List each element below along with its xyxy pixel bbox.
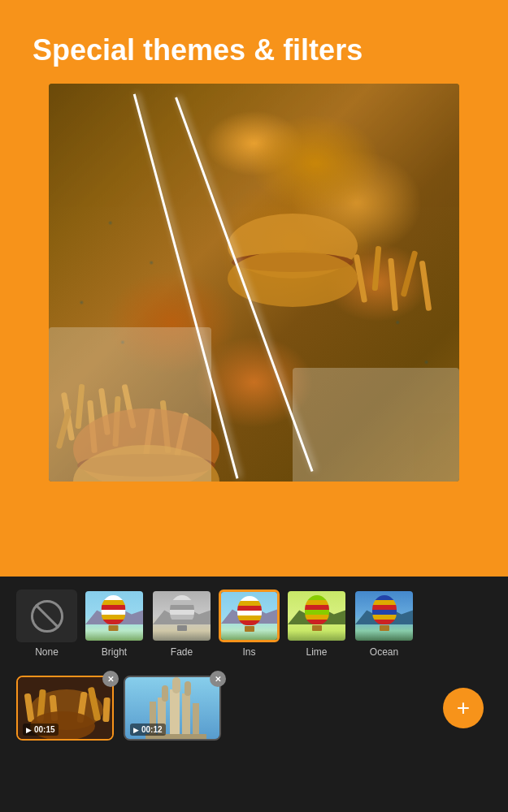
ins-basket — [245, 626, 254, 632]
preview-image — [49, 84, 459, 482]
filter-ins-label: Ins — [242, 646, 255, 658]
svg-rect-21 — [49, 327, 211, 482]
fade-scene — [153, 591, 211, 641]
filters-row: None Bright — [0, 577, 508, 666]
svg-rect-22 — [293, 368, 459, 482]
clip-1-video-icon: ▶ — [26, 726, 32, 734]
lime-balloon — [305, 595, 329, 631]
fade-stripes — [170, 595, 194, 624]
filter-none[interactable]: None — [16, 590, 77, 658]
ocean-scene — [355, 591, 413, 641]
filter-ocean[interactable]: Ocean — [354, 590, 415, 658]
clip-1-duration: 00:15 — [34, 725, 55, 734]
svg-rect-12 — [388, 258, 398, 311]
clip-2[interactable]: ▶ 00:12 — [124, 676, 221, 741]
filter-bright[interactable]: Bright — [84, 590, 145, 658]
filter-lime-thumb — [286, 590, 347, 642]
ins-balloon — [237, 596, 262, 632]
svg-rect-30 — [102, 698, 111, 722]
filter-none-thumb — [16, 590, 77, 642]
ins-balloon-body — [237, 596, 262, 625]
add-icon: + — [457, 695, 470, 721]
filter-ins[interactable]: Ins — [219, 590, 280, 658]
bright-basket — [108, 625, 118, 631]
add-clip-button[interactable]: + — [443, 688, 484, 728]
lime-scene — [288, 591, 345, 641]
filter-fade-thumb — [151, 590, 212, 642]
clip-1-thumb: ▶ 00:15 — [18, 677, 112, 739]
clip-2-video-icon: ▶ — [133, 726, 139, 734]
filter-lime[interactable]: Lime — [286, 590, 347, 658]
clip-2-info: ▶ 00:12 — [130, 723, 166, 736]
svg-rect-36 — [182, 693, 190, 739]
filter-bright-thumb — [84, 590, 145, 642]
lime-balloon-body — [305, 595, 329, 624]
clip-1[interactable]: ▶ 00:15 — [16, 676, 114, 741]
fries-svg — [49, 84, 459, 482]
filter-none-label: None — [35, 646, 59, 658]
filter-ins-thumb — [219, 590, 280, 642]
svg-rect-41 — [193, 703, 199, 739]
ins-stripes — [237, 596, 262, 625]
page-title: Special themes & filters — [33, 32, 475, 67]
ocean-balloon-body — [372, 595, 397, 624]
clip-2-container: ▶ 00:12 ✕ — [124, 676, 221, 741]
ocean-balloon — [372, 595, 397, 631]
filter-fade[interactable]: Fade — [151, 590, 212, 658]
svg-rect-14 — [419, 261, 432, 311]
ocean-stripes — [372, 595, 397, 624]
bright-stripes — [101, 595, 125, 624]
clip-1-container: ▶ 00:15 ✕ — [16, 676, 114, 741]
svg-rect-13 — [401, 250, 419, 297]
svg-point-17 — [228, 250, 358, 307]
fade-basket — [177, 625, 187, 631]
filter-lime-label: Lime — [306, 646, 327, 658]
ocean-basket — [380, 625, 389, 631]
bright-balloon — [101, 595, 125, 631]
clip-1-remove-button[interactable]: ✕ — [102, 671, 119, 687]
clip-1-info: ▶ 00:15 — [23, 723, 59, 736]
svg-rect-11 — [372, 246, 382, 291]
clip-2-duration: 00:12 — [141, 725, 163, 734]
clip-2-remove-button[interactable]: ✕ — [210, 671, 226, 687]
bright-balloon-body — [101, 595, 125, 624]
no-symbol-icon — [31, 600, 63, 633]
filter-ocean-thumb — [354, 590, 415, 642]
header: Special themes & filters — [0, 0, 508, 84]
timeline-row: ▶ 00:15 ✕ — [0, 666, 508, 750]
clip-2-thumb: ▶ 00:12 — [125, 677, 219, 739]
svg-rect-39 — [185, 681, 191, 696]
main-preview — [49, 84, 459, 482]
lime-stripes — [305, 595, 329, 624]
filter-ocean-label: Ocean — [370, 646, 398, 658]
svg-rect-37 — [162, 685, 168, 702]
bottom-panel: None Bright — [0, 577, 508, 812]
svg-rect-38 — [172, 677, 180, 693]
filter-bright-label: Bright — [102, 646, 127, 658]
fade-balloon-body — [170, 595, 194, 624]
fade-balloon — [170, 595, 194, 631]
filter-fade-label: Fade — [171, 646, 193, 658]
bright-scene — [85, 591, 143, 641]
ins-scene — [221, 592, 277, 640]
lime-basket — [312, 625, 322, 631]
svg-rect-35 — [170, 689, 180, 739]
